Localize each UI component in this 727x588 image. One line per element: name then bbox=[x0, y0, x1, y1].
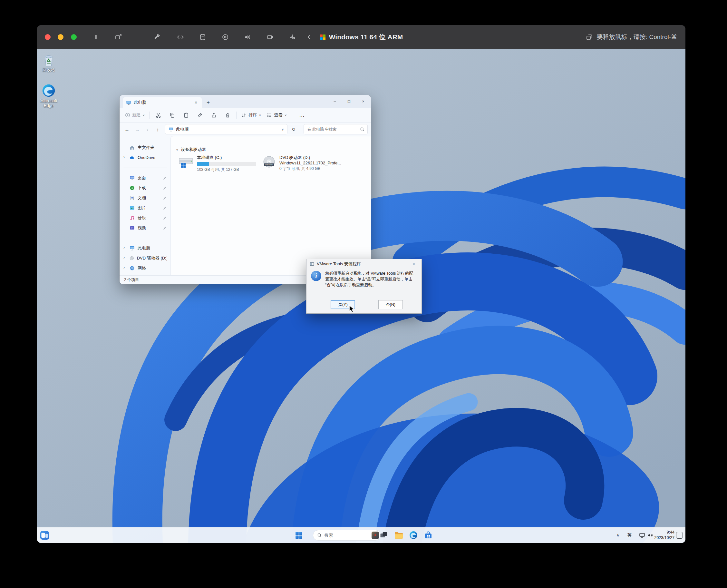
sidebar-item-network[interactable]: › 网络 bbox=[121, 263, 169, 273]
cd-dvd-button[interactable] bbox=[221, 33, 230, 41]
info-icon: i bbox=[311, 271, 321, 281]
sidebar-item-videos[interactable]: 视频 bbox=[121, 223, 169, 233]
sidebar-label: 此电脑 bbox=[137, 245, 150, 251]
file-explorer-button[interactable] bbox=[394, 531, 403, 540]
chevron-down-icon: ∨ bbox=[259, 114, 261, 117]
no-button[interactable]: 否(N) bbox=[378, 300, 403, 309]
downloads-icon bbox=[130, 185, 135, 190]
drive-c-tile[interactable]: 本地磁盘 (C:) 103 GB 可用, 共 127 GB bbox=[178, 155, 260, 172]
tab-label: 此电脑 bbox=[134, 100, 146, 105]
drive-usage-fill bbox=[197, 162, 209, 166]
sidebar-item-documents[interactable]: 文档 bbox=[121, 193, 169, 203]
address-dropdown-icon[interactable]: ∨ bbox=[282, 128, 284, 131]
tab-this-pc[interactable]: 此电脑 × bbox=[123, 97, 202, 108]
recycle-bin-shortcut[interactable]: 回收站 bbox=[37, 54, 62, 72]
pin-icon bbox=[163, 216, 167, 220]
svg-text:DVD-ROM: DVD-ROM bbox=[265, 164, 273, 166]
taskbar-clock[interactable]: 9:44 2023/10/27 bbox=[654, 530, 675, 540]
sidebar-item-home[interactable]: 主文件夹 bbox=[121, 143, 169, 152]
taskbar-search-box[interactable]: 搜索 bbox=[313, 530, 381, 541]
paste-button[interactable] bbox=[181, 110, 191, 120]
mac-zoom-button[interactable] bbox=[71, 34, 77, 40]
hard-disk-button[interactable] bbox=[198, 33, 207, 41]
share-button[interactable] bbox=[209, 110, 219, 120]
sidebar-item-this-pc[interactable]: › 此电脑 bbox=[121, 243, 169, 253]
chevron-right-icon[interactable]: › bbox=[123, 154, 125, 159]
widgets-button[interactable] bbox=[40, 530, 49, 540]
explorer-body: 主文件夹 › OneDrive 桌面 bbox=[120, 136, 371, 275]
copy-button[interactable] bbox=[167, 110, 177, 120]
store-button[interactable] bbox=[424, 531, 433, 540]
widgets-icon bbox=[40, 531, 49, 540]
nav-recent-button[interactable]: ∨ bbox=[143, 125, 152, 134]
file-explorer-window: 此电脑 × + – □ × 新建 ∨ bbox=[120, 95, 371, 284]
sort-button[interactable]: 排序 ∨ bbox=[240, 112, 262, 118]
chevron-right-icon[interactable]: › bbox=[123, 265, 125, 270]
divider bbox=[236, 111, 237, 119]
edge-taskbar-button[interactable] bbox=[409, 531, 418, 540]
nav-back-button[interactable]: ← bbox=[123, 125, 131, 134]
address-bar[interactable]: 此电脑 ∨ bbox=[165, 124, 287, 134]
fullscreen-restore-icon[interactable] bbox=[586, 34, 593, 41]
notification-center-icon[interactable] bbox=[676, 532, 683, 539]
more-options-button[interactable]: … bbox=[299, 112, 305, 118]
explorer-search-box[interactable] bbox=[303, 124, 368, 134]
home-icon bbox=[130, 145, 135, 150]
chevron-right-icon[interactable]: › bbox=[123, 245, 125, 250]
sidebar-item-onedrive[interactable]: › OneDrive bbox=[121, 152, 169, 163]
this-pc-icon bbox=[126, 100, 131, 105]
new-button[interactable]: 新建 ∨ bbox=[124, 112, 146, 118]
tray-status-icons[interactable] bbox=[639, 527, 653, 543]
rename-button[interactable] bbox=[195, 110, 205, 120]
chevron-right-icon[interactable]: › bbox=[123, 255, 125, 260]
bing-daily-thumbnail[interactable] bbox=[371, 531, 379, 539]
sound-button[interactable] bbox=[243, 33, 252, 41]
console-code-button[interactable] bbox=[176, 33, 185, 41]
refresh-button[interactable]: ↻ bbox=[290, 125, 298, 134]
back-chevron-button[interactable] bbox=[305, 33, 314, 41]
drive-dvd-tile[interactable]: DVD-ROM DVD 驱动器 (D:) Windows11_22621.170… bbox=[262, 155, 362, 171]
explorer-maximize-button[interactable]: □ bbox=[342, 95, 356, 107]
sort-label: 排序 bbox=[249, 112, 257, 118]
sidebar-divider bbox=[120, 163, 170, 173]
tab-close-icon[interactable]: × bbox=[193, 100, 199, 105]
camera-button[interactable] bbox=[266, 33, 275, 41]
mac-minimize-button[interactable] bbox=[58, 34, 63, 40]
cut-button[interactable] bbox=[153, 110, 164, 120]
plus-icon bbox=[125, 112, 130, 118]
sidebar-item-downloads[interactable]: 下载 bbox=[121, 183, 169, 193]
settings-wrench-button[interactable] bbox=[153, 33, 162, 41]
devices-section-header[interactable]: ∨ 设备和驱动器 bbox=[176, 147, 206, 152]
sidebar-item-pictures[interactable]: 图片 bbox=[121, 203, 169, 213]
new-tab-button[interactable]: + bbox=[204, 98, 213, 107]
pause-vm-button[interactable] bbox=[92, 33, 100, 41]
snapshots-button[interactable] bbox=[114, 33, 123, 41]
mac-close-button[interactable] bbox=[45, 34, 50, 40]
usb-devices-button[interactable] bbox=[288, 33, 297, 41]
explorer-address-row: ← → ∨ ↑ 此电脑 ∨ ↻ bbox=[120, 123, 371, 136]
nav-forward-button[interactable]: → bbox=[133, 125, 142, 134]
explorer-content: ∨ 设备和驱动器 本地磁盘 (C:) bbox=[170, 136, 371, 275]
explorer-minimize-button[interactable]: – bbox=[328, 95, 342, 107]
edge-shortcut[interactable]: Microsoft Edge bbox=[37, 84, 62, 108]
sidebar-item-desktop[interactable]: 桌面 bbox=[121, 173, 169, 183]
ime-language-indicator[interactable]: 英 bbox=[627, 527, 632, 543]
explorer-close-button[interactable]: × bbox=[356, 95, 370, 107]
task-view-button[interactable] bbox=[379, 531, 388, 540]
pin-icon bbox=[163, 186, 167, 190]
sidebar-item-music[interactable]: 音乐 bbox=[121, 213, 169, 223]
start-icon bbox=[295, 531, 303, 539]
view-button[interactable]: 查看 ∨ bbox=[266, 112, 288, 118]
sidebar-item-dvd-drive[interactable]: › DVD 驱动器 (D:) V bbox=[121, 253, 169, 263]
dialog-close-button[interactable]: × bbox=[409, 261, 419, 267]
sidebar-label: 视频 bbox=[137, 225, 146, 231]
section-header-label: 设备和驱动器 bbox=[181, 147, 206, 152]
delete-button[interactable] bbox=[222, 110, 233, 120]
explorer-search-input[interactable] bbox=[307, 127, 358, 132]
chevron-down-icon: ∨ bbox=[284, 114, 287, 117]
search-placeholder: 搜索 bbox=[324, 532, 333, 538]
windows-taskbar: 搜索 ∧ 英 bbox=[37, 527, 685, 543]
start-button[interactable] bbox=[294, 531, 303, 540]
nav-up-button[interactable]: ↑ bbox=[153, 125, 162, 134]
tray-show-hidden-button[interactable]: ∧ bbox=[617, 527, 619, 543]
